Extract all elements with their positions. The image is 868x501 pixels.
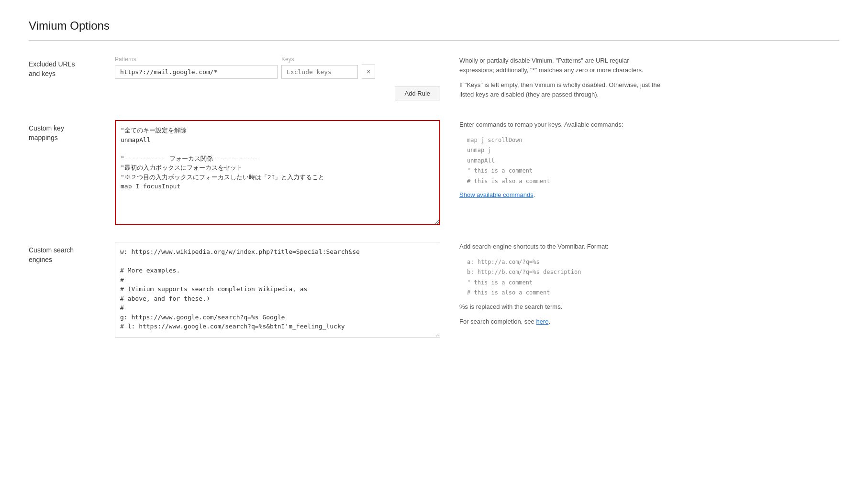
delete-rule-button[interactable]: × [362,65,375,79]
column-labels: Patterns Keys [115,56,440,63]
custom-search-engines-label: Custom search engines [29,242,115,264]
keys-column-label: Keys [281,56,358,63]
pattern-input[interactable] [115,65,278,79]
excluded-urls-label: Excluded URLs and keys [29,56,115,78]
patterns-column-label: Patterns [115,56,278,63]
custom-key-mappings-section: Custom key mappings Enter commands to re… [29,120,839,227]
add-rule-row: Add Rule [115,87,440,100]
code-example-2: unmap j [467,145,623,156]
custom-key-mappings-help: Enter commands to remap your keys. Avail… [459,120,623,206]
show-commands-period: . [534,191,535,198]
add-rule-button[interactable]: Add Rule [395,87,440,100]
custom-key-mappings-label: Custom key mappings [29,120,115,142]
excluded-urls-section: Excluded URLs and keys Patterns Keys × A… [29,56,839,105]
excluded-urls-help-text1: Wholly or partially disable Vimium. "Pat… [459,56,660,75]
custom-key-mappings-help-intro: Enter commands to remap your keys. Avail… [459,120,623,130]
excluded-url-row: × [115,65,440,79]
search-code-examples: a: http://a.com/?q=%s b: http://b.com/?q… [467,257,608,298]
code-example-5: # this is also a comment [467,176,623,187]
custom-search-engines-textarea[interactable] [115,242,440,338]
code-examples: map j scrollDown unmap j unmapAll " this… [467,135,623,187]
custom-search-engines-help: Add search-engine shortcuts to the Vomni… [459,242,608,332]
custom-search-engines-help-intro: Add search-engine shortcuts to the Vomni… [459,242,608,251]
search-help-text1: %s is replaced with the search terms. [459,302,608,312]
search-code-example-3: " this is a comment [467,278,608,288]
search-code-example-2: b: http://b.com/?q=%s description [467,267,608,278]
divider [29,40,839,41]
custom-key-mappings-textarea[interactable] [115,120,440,225]
code-example-3: unmapAll [467,156,623,166]
show-available-commands-link[interactable]: Show available commands [459,191,534,198]
keys-input[interactable] [281,65,358,79]
excluded-urls-help: Wholly or partially disable Vimium. "Pat… [459,56,660,105]
search-code-example-4: # this is also a comment [467,288,608,298]
excluded-urls-controls: Patterns Keys × Add Rule [115,56,440,100]
search-help-text2: For search completion, see here. [459,317,608,327]
page-title: Vimium Options [29,19,839,33]
custom-search-engines-controls [115,242,440,339]
show-commands-paragraph: Show available commands. [459,190,623,200]
code-example-1: map j scrollDown [467,135,623,146]
excluded-urls-help-text2: If "Keys" is left empty, then Vimium is … [459,80,660,99]
code-example-4: " this is a comment [467,166,623,176]
search-code-example-1: a: http://a.com/?q=%s [467,257,608,268]
custom-key-mappings-controls [115,120,440,227]
custom-search-engines-section: Custom search engines Add search-engine … [29,242,839,339]
here-link[interactable]: here [536,318,548,325]
